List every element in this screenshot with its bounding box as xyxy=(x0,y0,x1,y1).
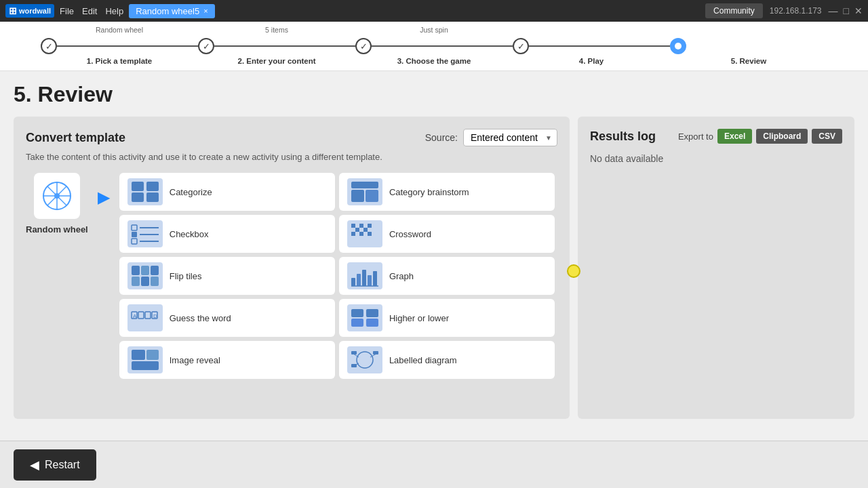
svg-rect-48 xyxy=(145,312,151,319)
step-2-middle: ✓ xyxy=(198,38,355,54)
crossword-thumb xyxy=(347,220,382,247)
template-item-guess-word[interactable]: AD Guess the word xyxy=(119,299,335,337)
step-3-dot: ✓ xyxy=(355,38,372,54)
template-grid[interactable]: Categorize Category brainstorm xyxy=(119,173,557,379)
svg-rect-39 xyxy=(151,277,159,286)
current-template-icon xyxy=(34,173,80,219)
template-item-flip-tiles[interactable]: Flip tiles xyxy=(119,257,335,295)
svg-rect-55 xyxy=(366,319,378,327)
svg-rect-64 xyxy=(351,351,357,354)
export-csv-button[interactable]: CSV xyxy=(812,129,842,144)
bottom-bar: ◀ Restart xyxy=(0,441,868,488)
template-item-checkbox[interactable]: Checkbox xyxy=(119,215,335,253)
active-tab[interactable]: Random wheel5 × xyxy=(129,4,214,18)
categorize-thumb xyxy=(127,178,163,205)
convert-desc: Take the content of this activity and us… xyxy=(26,152,557,162)
convert-header: Convert template Source: Entered content xyxy=(26,129,557,146)
template-item-graph[interactable]: Graph xyxy=(339,257,555,295)
categorize-label: Categorize xyxy=(170,187,212,197)
menu-bar: File Edit Help xyxy=(60,6,123,16)
svg-rect-11 xyxy=(351,190,364,202)
graph-label: Graph xyxy=(389,271,414,281)
source-select-wrapper[interactable]: Entered content xyxy=(463,129,557,146)
svg-rect-26 xyxy=(359,228,363,232)
page-title: 5. Review xyxy=(14,82,854,107)
guess-word-thumb: AD xyxy=(127,304,163,331)
svg-rect-54 xyxy=(366,309,378,317)
minimize-btn[interactable]: — xyxy=(829,5,838,16)
svg-rect-24 xyxy=(351,228,355,232)
svg-rect-13 xyxy=(132,225,137,230)
export-label: Export to xyxy=(678,131,713,142)
svg-rect-23 xyxy=(368,224,372,228)
logo-icon: ⊞ xyxy=(9,5,17,16)
connector-3 xyxy=(372,45,513,47)
step-4: ✓ 4. Play xyxy=(513,26,670,65)
app-logo: ⊞ wordwall xyxy=(5,4,54,18)
checkbox-thumb xyxy=(127,220,163,247)
random-wheel-svg xyxy=(41,180,73,211)
svg-rect-37 xyxy=(132,277,140,286)
svg-rect-53 xyxy=(351,319,363,327)
maximize-btn[interactable]: □ xyxy=(844,5,849,16)
menu-edit[interactable]: Edit xyxy=(82,6,97,16)
step-1-subtitle: Random wheel xyxy=(96,26,143,36)
restart-button[interactable]: ◀ Restart xyxy=(14,449,96,481)
current-template: Random wheel xyxy=(26,173,88,235)
title-bar-left: ⊞ wordwall File Edit Help Random wheel5 … xyxy=(5,4,215,18)
template-item-image-reveal[interactable]: Image reveal xyxy=(119,341,335,379)
export-excel-button[interactable]: Excel xyxy=(717,129,752,144)
menu-help[interactable]: Help xyxy=(105,6,123,16)
svg-rect-40 xyxy=(351,278,355,286)
svg-rect-32 xyxy=(363,232,368,236)
convert-title: Convert template xyxy=(26,131,125,145)
results-panel: Results log Export to Excel Clipboard CS… xyxy=(578,117,854,419)
source-dropdown[interactable]: Entered content xyxy=(463,129,557,146)
template-item-crossword[interactable]: Crossword xyxy=(339,215,555,253)
template-columns: Categorize Category brainstorm xyxy=(119,173,555,379)
svg-rect-57 xyxy=(132,350,145,360)
results-title: Results log xyxy=(590,129,656,144)
restart-label: Restart xyxy=(45,459,80,471)
step-4-middle: ✓ xyxy=(513,38,670,54)
title-bar: ⊞ wordwall File Edit Help Random wheel5 … xyxy=(0,0,868,22)
svg-rect-8 xyxy=(132,192,144,202)
step-2: 5 items ✓ 2. Enter your content xyxy=(198,26,355,65)
svg-rect-25 xyxy=(355,228,359,232)
step-5-dot xyxy=(670,38,686,54)
template-item-labelled-diagram[interactable]: Labelled diagram xyxy=(339,341,555,379)
svg-rect-43 xyxy=(368,275,372,286)
export-clipboard-button[interactable]: Clipboard xyxy=(756,129,808,144)
svg-rect-31 xyxy=(359,232,363,236)
tab-close-btn[interactable]: × xyxy=(203,7,208,15)
step-3: Just spin ✓ 3. Choose the game xyxy=(355,26,513,65)
template-item-higher-lower[interactable]: Higher or lower xyxy=(339,299,555,337)
labelled-diagram-label: Labelled diagram xyxy=(389,355,457,365)
close-btn[interactable]: ✕ xyxy=(854,5,863,16)
step-4-label: 4. Play xyxy=(579,57,604,65)
template-item-category-brainstorm[interactable]: Category brainstorm xyxy=(339,173,555,211)
source-row: Source: Entered content xyxy=(425,129,557,146)
svg-rect-66 xyxy=(373,351,378,354)
svg-rect-22 xyxy=(363,224,368,228)
svg-rect-42 xyxy=(362,270,366,286)
svg-rect-44 xyxy=(373,271,377,286)
svg-rect-52 xyxy=(351,309,363,317)
menu-file[interactable]: File xyxy=(60,6,74,16)
step-1-label: 1. Pick a template xyxy=(87,57,153,65)
export-row: Export to Excel Clipboard CSV xyxy=(678,129,842,144)
community-button[interactable]: Community xyxy=(705,3,763,18)
crossword-label: Crossword xyxy=(389,229,431,239)
svg-rect-35 xyxy=(141,266,149,275)
content-area: Convert template Source: Entered content… xyxy=(14,117,854,419)
step-3-subtitle: Just spin xyxy=(420,26,448,36)
restart-arrow-icon: ◀ xyxy=(30,458,39,472)
results-header: Results log Export to Excel Clipboard CS… xyxy=(590,129,842,144)
svg-rect-27 xyxy=(363,228,368,232)
svg-rect-17 xyxy=(132,239,137,244)
title-bar-right: Community 192.168.1.173 — □ ✕ xyxy=(705,3,863,18)
labelled-diagram-thumb xyxy=(347,346,382,373)
template-area: Random wheel ▶ Categorize xyxy=(26,173,557,379)
step-1-middle: ✓ xyxy=(41,38,198,54)
template-item-categorize[interactable]: Categorize xyxy=(119,173,335,211)
